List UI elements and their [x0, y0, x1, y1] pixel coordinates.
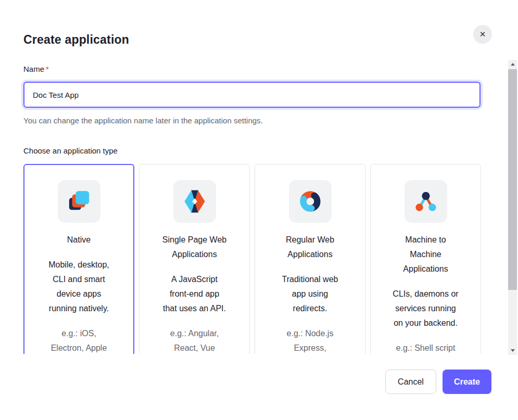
cancel-button[interactable]: Cancel	[385, 370, 436, 394]
create-application-modal: { "modal": { "title": "Create applicatio…	[0, 0, 518, 420]
app-type-title: Machine to Machine Applications	[380, 233, 471, 276]
close-icon: ✕	[479, 30, 486, 39]
name-label: Name*	[23, 65, 49, 73]
scroll-up-arrow-icon	[511, 63, 515, 66]
regular-web-swirl-icon	[298, 189, 322, 213]
app-type-title: Regular Web Applications	[264, 233, 356, 262]
native-stacked-squares-icon	[67, 189, 91, 213]
close-button[interactable]: ✕	[473, 25, 492, 44]
scrollbar-thumb[interactable]	[508, 69, 517, 290]
app-type-description: CLIs, daemons or services running on you…	[380, 287, 471, 330]
required-asterisk: *	[46, 65, 49, 73]
app-type-icon-tile	[58, 180, 100, 223]
app-type-examples: e.g.: Angular, React, Vue	[149, 326, 240, 354]
app-type-card-native[interactable]: Native Mobile, desktop, CLI and smart de…	[23, 164, 134, 354]
scroll-down-button[interactable]	[508, 346, 517, 355]
app-type-icon-tile	[405, 180, 447, 223]
app-type-examples: e.g.: iOS, Electron, Apple	[33, 326, 124, 354]
application-type-cards: Native Mobile, desktop, CLI and smart de…	[23, 164, 482, 354]
app-type-title: Native	[33, 233, 124, 247]
application-type-label: Choose an application type	[23, 146, 118, 155]
single-page-app-diamond-icon	[183, 188, 206, 214]
name-input[interactable]	[23, 82, 481, 108]
scroll-down-arrow-icon	[511, 349, 515, 352]
app-type-description: Mobile, desktop, CLI and smart device ap…	[33, 258, 124, 316]
app-type-description: Traditional web app using redirects.	[264, 272, 356, 316]
name-helper-text: You can change the application name late…	[23, 116, 263, 125]
app-type-card-regular-web[interactable]: Regular Web Applications Traditional web…	[255, 164, 365, 354]
app-type-description: A JavaScript front-end app that uses an …	[149, 272, 240, 316]
machine-to-machine-molecule-icon	[414, 189, 438, 213]
create-button[interactable]: Create	[443, 370, 491, 394]
app-type-examples: e.g.: Shell script	[380, 341, 471, 354]
scroll-up-button[interactable]	[508, 60, 517, 69]
app-type-examples: e.g.: Node.js Express,	[264, 326, 356, 354]
app-type-card-m2m[interactable]: Machine to Machine Applications CLIs, da…	[370, 164, 481, 354]
app-type-icon-tile	[289, 180, 332, 223]
app-type-icon-tile	[173, 180, 216, 223]
app-type-title: Single Page Web Applications	[149, 233, 240, 262]
app-type-card-spa[interactable]: Single Page Web Applications A JavaScrip…	[139, 164, 250, 354]
page-title: Create application	[23, 33, 129, 47]
vertical-scrollbar[interactable]	[508, 60, 517, 355]
